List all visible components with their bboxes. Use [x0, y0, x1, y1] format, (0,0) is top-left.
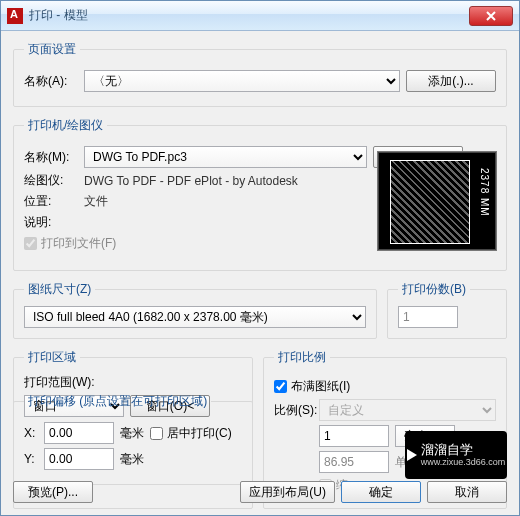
window-title: 打印 - 模型	[29, 7, 469, 24]
copies-input	[398, 306, 458, 328]
scale-num1-input[interactable]	[319, 425, 389, 447]
plot-offset-group: 打印偏移 (原点设置在可打印区域) X: 毫米 居中打印(C) Y: 毫米	[13, 393, 253, 485]
paper-preview: 2378 MM	[377, 151, 497, 251]
printer-name-select[interactable]: DWG To PDF.pc3	[84, 146, 367, 168]
offset-y-label: Y:	[24, 452, 44, 466]
center-plot-checkbox[interactable]	[150, 427, 163, 440]
offset-x-unit: 毫米	[120, 425, 144, 442]
page-setup-name-label: 名称(A):	[24, 73, 84, 90]
page-setup-legend: 页面设置	[24, 41, 80, 58]
apply-layout-button[interactable]: 应用到布局(U)	[240, 481, 335, 503]
paper-size-legend: 图纸尺寸(Z)	[24, 281, 95, 298]
paper-size-group: 图纸尺寸(Z) ISO full bleed 4A0 (1682.00 x 23…	[13, 281, 377, 339]
plot-scale-legend: 打印比例	[274, 349, 330, 366]
app-icon	[7, 8, 23, 24]
printer-legend: 打印机/绘图仪	[24, 117, 107, 134]
page-setup-name-select[interactable]: 〈无〉	[84, 70, 400, 92]
plot-extent-label: 打印范围(W):	[24, 374, 242, 391]
ok-button[interactable]: 确定	[341, 481, 421, 503]
scale-label: 比例(S):	[274, 402, 319, 419]
play-icon	[407, 449, 417, 461]
copies-group: 打印份数(B)	[387, 281, 507, 339]
plot-offset-legend: 打印偏移 (原点设置在可打印区域)	[24, 393, 211, 410]
plot-area-legend: 打印区域	[24, 349, 80, 366]
location-value: 文件	[84, 193, 108, 210]
print-to-file-checkbox	[24, 237, 37, 250]
plotter-value: DWG To PDF - PDF ePlot - by Autodesk	[84, 174, 298, 188]
location-label: 位置:	[24, 193, 84, 210]
paper-size-select[interactable]: ISO full bleed 4A0 (1682.00 x 2378.00 毫米…	[24, 306, 366, 328]
add-button[interactable]: 添加(.)...	[406, 70, 496, 92]
watermark: 溜溜自学 www.zixue.3d66.com	[405, 431, 507, 479]
printer-name-label: 名称(M):	[24, 149, 84, 166]
plotter-label: 绘图仪:	[24, 172, 84, 189]
page-setup-group: 页面设置 名称(A): 〈无〉 添加(.)...	[13, 41, 507, 107]
fit-to-paper-checkbox[interactable]	[274, 380, 287, 393]
preview-button[interactable]: 预览(P)...	[13, 481, 93, 503]
center-plot-label: 居中打印(C)	[167, 425, 232, 442]
offset-y-input[interactable]	[44, 448, 114, 470]
offset-x-input[interactable]	[44, 422, 114, 444]
scale-num2-input	[319, 451, 389, 473]
offset-x-label: X:	[24, 426, 44, 440]
description-label: 说明:	[24, 214, 84, 231]
fit-to-paper-label: 布满图纸(I)	[291, 378, 350, 395]
close-button[interactable]	[469, 6, 513, 26]
cancel-button[interactable]: 取消	[427, 481, 507, 503]
paper-preview-dim: 2378 MM	[479, 168, 490, 217]
scale-select: 自定义	[319, 399, 496, 421]
offset-y-unit: 毫米	[120, 451, 144, 468]
copies-legend: 打印份数(B)	[398, 281, 470, 298]
print-to-file-label: 打印到文件(F)	[41, 235, 116, 252]
